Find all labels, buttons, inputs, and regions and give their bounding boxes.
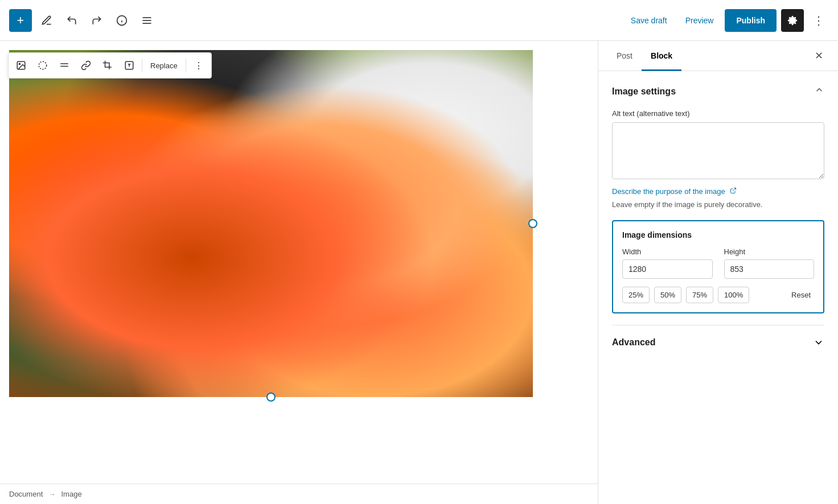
percent-75-button[interactable]: 75% <box>686 287 713 303</box>
undo-button[interactable] <box>61 10 82 31</box>
list-icon <box>141 15 153 26</box>
publish-button[interactable]: Publish <box>725 9 777 32</box>
crop-icon <box>102 60 113 71</box>
svg-point-71 <box>420 280 475 321</box>
sidebar: Post Block ✕ Image settings Alt text (al… <box>598 41 838 504</box>
editor-scroll[interactable]: Replace ⋮ <box>0 41 598 484</box>
svg-point-58 <box>123 220 282 313</box>
percent-50-button[interactable]: 50% <box>654 287 681 303</box>
svg-point-67 <box>439 201 490 240</box>
info-button[interactable] <box>112 10 132 31</box>
reset-dimensions-button[interactable]: Reset <box>788 287 814 303</box>
settings-button[interactable] <box>781 9 804 32</box>
advanced-header[interactable]: Advanced <box>612 337 824 348</box>
image-dimensions-box: Image dimensions Width Height 25% 50% 75… <box>612 220 824 313</box>
sidebar-close-button[interactable]: ✕ <box>808 46 829 66</box>
breadcrumb-image[interactable]: Image <box>61 490 82 498</box>
sidebar-tabs: Post Block ✕ <box>598 41 838 71</box>
describe-purpose-link[interactable]: Describe the purpose of the image <box>612 187 725 196</box>
image-more-button[interactable]: ⋮ <box>188 55 209 76</box>
alt-text-input[interactable] <box>612 122 824 179</box>
svg-point-8 <box>39 61 47 69</box>
pen-icon <box>41 15 52 26</box>
advanced-section: Advanced <box>612 325 824 348</box>
image-container <box>9 50 533 397</box>
breadcrumb-bar: Document → Image <box>0 484 598 504</box>
svg-point-46 <box>50 188 93 220</box>
svg-point-68 <box>449 209 480 232</box>
svg-point-44 <box>35 175 109 232</box>
svg-point-47 <box>60 196 66 202</box>
sushi-image <box>9 50 533 397</box>
redo-button[interactable] <box>87 10 107 31</box>
svg-point-74 <box>346 315 533 397</box>
svg-point-50 <box>63 204 69 209</box>
svg-point-61 <box>354 121 450 195</box>
svg-point-40 <box>117 280 186 332</box>
replace-button[interactable]: Replace <box>145 59 183 72</box>
svg-point-45 <box>49 187 95 221</box>
height-input[interactable] <box>724 259 815 279</box>
list-view-button[interactable] <box>137 10 157 31</box>
crop-tool-button[interactable] <box>97 55 118 76</box>
align-icon <box>59 60 69 71</box>
percent-25-button[interactable]: 25% <box>622 287 650 303</box>
svg-point-54 <box>174 130 379 266</box>
height-field: Height <box>724 247 815 279</box>
svg-point-62 <box>363 129 441 188</box>
save-draft-button[interactable]: Save draft <box>624 11 674 30</box>
svg-point-36 <box>38 268 106 321</box>
image-settings-toggle[interactable] <box>814 85 824 98</box>
resize-handle-bottom[interactable] <box>266 393 276 402</box>
breadcrumb-document[interactable]: Document <box>9 490 43 498</box>
svg-point-59 <box>231 209 447 357</box>
image-view-button[interactable] <box>11 55 31 76</box>
toolbar-divider <box>142 59 142 72</box>
text-overlay-button[interactable] <box>119 55 139 76</box>
info-icon <box>116 15 128 26</box>
percent-100-button[interactable]: 100% <box>718 287 749 303</box>
link-tool-button[interactable] <box>76 55 96 76</box>
svg-point-41 <box>132 291 171 321</box>
dimensions-title: Image dimensions <box>622 230 814 239</box>
tab-post[interactable]: Post <box>607 41 642 71</box>
image-icon <box>16 60 26 71</box>
svg-point-53 <box>225 239 362 333</box>
svg-point-43 <box>26 167 117 241</box>
svg-point-55 <box>177 131 371 259</box>
undo-icon <box>66 15 77 26</box>
editor-area: Replace ⋮ <box>0 41 598 504</box>
more-options-button[interactable]: ⋮ <box>808 10 829 31</box>
select-tool-button[interactable] <box>32 55 53 76</box>
svg-point-7 <box>19 63 20 64</box>
svg-point-52 <box>220 238 368 340</box>
height-label: Height <box>724 247 815 256</box>
svg-point-72 <box>430 288 465 313</box>
svg-point-37 <box>52 279 92 310</box>
resize-handle-right[interactable] <box>528 219 537 228</box>
add-block-button[interactable]: + <box>9 9 32 32</box>
svg-point-49 <box>77 197 83 203</box>
svg-line-77 <box>733 188 736 192</box>
alt-text-label: Alt text (alternative text) <box>612 109 824 118</box>
tab-block[interactable]: Block <box>642 41 681 71</box>
toolbar-right: Save draft Preview Publish ⋮ <box>624 9 829 32</box>
top-toolbar: + Save draft Pre <box>0 0 838 41</box>
preview-button[interactable]: Preview <box>679 11 721 30</box>
breadcrumb-separator: → <box>48 490 56 498</box>
chevron-up-icon <box>814 85 824 95</box>
width-label: Width <box>622 247 713 256</box>
width-input[interactable] <box>622 259 713 279</box>
svg-point-66 <box>424 189 506 253</box>
pen-tool-button[interactable] <box>36 10 57 31</box>
align-tool-button[interactable] <box>54 55 75 76</box>
svg-point-34 <box>9 50 106 261</box>
advanced-title: Advanced <box>612 337 655 348</box>
add-icon: + <box>17 13 24 28</box>
svg-point-35 <box>29 261 114 329</box>
chevron-down-icon <box>813 337 824 348</box>
link-icon <box>81 60 91 71</box>
alt-text-link-row: Describe the purpose of the image Leave … <box>612 187 824 209</box>
select-icon <box>38 60 48 71</box>
svg-point-38 <box>60 286 83 303</box>
